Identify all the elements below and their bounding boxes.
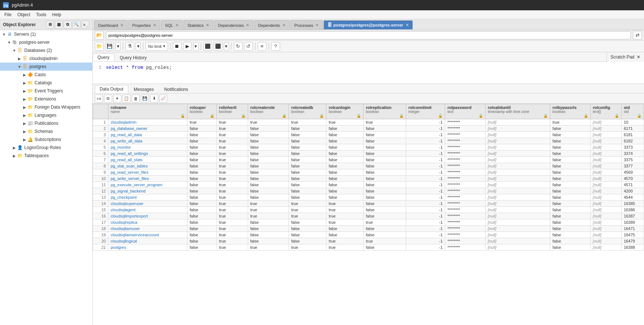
cell-rolcreatedb[interactable]: true bbox=[289, 244, 326, 251]
cell-rolbypassrls[interactable]: false bbox=[550, 182, 591, 188]
tree-item[interactable]: ▼ 🗄 Databases (2) bbox=[0, 46, 92, 54]
table-row[interactable]: 17 cloudsqlreplica false true false fals… bbox=[93, 219, 644, 226]
tab-dependents[interactable]: Dependents ✕ bbox=[254, 20, 289, 30]
commit-btn[interactable]: ↻ bbox=[234, 42, 243, 51]
cell-oid[interactable]: 4570 bbox=[621, 176, 644, 182]
cell-rolcreatedb[interactable]: false bbox=[289, 132, 326, 138]
cell-rolname[interactable]: pg_database_owner bbox=[108, 126, 187, 132]
cell-rolbypassrls[interactable]: false bbox=[550, 238, 591, 244]
cell-rolcanlogin[interactable]: false bbox=[326, 188, 364, 194]
cell-rolinherit[interactable]: true bbox=[217, 182, 248, 188]
cell-rolsuper[interactable]: false bbox=[187, 176, 217, 182]
cell-rolcreaterole[interactable]: false bbox=[248, 226, 289, 232]
cell-oid[interactable]: 3375 bbox=[621, 157, 644, 163]
cell-rolcreatedb[interactable]: false bbox=[289, 194, 326, 201]
col-rolcanlogin[interactable]: rolcanlogin boolean 🔒 bbox=[326, 104, 364, 119]
cell-rolpassword[interactable]: ******** bbox=[445, 201, 486, 207]
cell-oid[interactable]: 16387 bbox=[621, 213, 644, 219]
explain-analyze-btn[interactable]: ⬛ bbox=[214, 42, 222, 51]
tab-close-btn[interactable]: ✕ bbox=[246, 23, 249, 28]
tree-item-foreign-data-wrappers[interactable]: ▶ 📁 Foreign Data Wrappers bbox=[0, 103, 92, 111]
tree-item-languages[interactable]: ▶ 📁 Languages bbox=[0, 111, 92, 119]
cell-rolvaliduntil[interactable]: [null] bbox=[486, 157, 550, 163]
cell-rolsuper[interactable]: false bbox=[187, 207, 217, 213]
cell-rolconnlimit[interactable]: -1 bbox=[406, 188, 445, 194]
cell-rolinherit[interactable]: true bbox=[217, 119, 248, 126]
cell-rolcanlogin[interactable]: false bbox=[326, 226, 364, 232]
cell-rolpassword[interactable]: ******** bbox=[445, 163, 486, 169]
cell-rolreplication[interactable]: false bbox=[364, 151, 406, 157]
cell-rolsuper[interactable]: false bbox=[187, 201, 217, 207]
cell-rolreplication[interactable]: false bbox=[364, 213, 406, 219]
table-row[interactable]: 12 pg_signal_backend false true false fa… bbox=[93, 188, 644, 194]
menu-tools[interactable]: Tools bbox=[33, 11, 49, 18]
tree-item-casts[interactable]: ▶ 🔶 Casts bbox=[0, 71, 92, 79]
cell-rolpassword[interactable]: ******** bbox=[445, 157, 486, 163]
cell-rolcanlogin[interactable]: true bbox=[326, 238, 364, 244]
cell-rolconfig[interactable]: [null] bbox=[590, 207, 621, 213]
cell-rolconfig[interactable]: [null] bbox=[590, 244, 621, 251]
tree-item-postgres[interactable]: ▼ 🗄 postgres bbox=[0, 63, 92, 71]
cell-rolpassword[interactable]: ******** bbox=[445, 194, 486, 201]
limit-dropdown[interactable]: No limit ▾ bbox=[146, 42, 168, 51]
cell-rolname[interactable]: pg_write_server_files bbox=[108, 176, 187, 182]
cell-rolconfig[interactable]: [null] bbox=[590, 163, 621, 169]
cell-rolname[interactable]: pg_read_server_files bbox=[108, 169, 187, 176]
cell-rolname[interactable]: cloudsqllogical bbox=[108, 238, 187, 244]
cell-rolconfig[interactable]: [null] bbox=[590, 182, 621, 188]
table-row[interactable]: 5 pg_monitor false true false false fals… bbox=[93, 144, 644, 151]
cell-rolreplication[interactable]: false bbox=[364, 244, 406, 251]
cell-rolcreaterole[interactable]: false bbox=[248, 126, 289, 132]
tree-item[interactable]: ▶ 🗄 cloudsqladmin bbox=[0, 54, 92, 63]
cell-rolconnlimit[interactable]: -1 bbox=[406, 119, 445, 126]
sql-code[interactable]: select * from pg_roles; bbox=[106, 65, 172, 81]
cell-oid[interactable]: 16389 bbox=[621, 219, 644, 226]
cell-rolreplication[interactable]: false bbox=[364, 188, 406, 194]
cell-rolname[interactable]: pg_read_all_data bbox=[108, 132, 187, 138]
col-rolvaliduntil[interactable]: rolvaliduntil timestamp with time zone 🔒 bbox=[486, 104, 550, 119]
cell-rolconnlimit[interactable]: -1 bbox=[406, 226, 445, 232]
tab-data-output[interactable]: Data Output bbox=[95, 85, 128, 93]
table-row[interactable]: 2 pg_database_owner false true false fal… bbox=[93, 126, 644, 132]
cell-rolpassword[interactable]: ******** bbox=[445, 213, 486, 219]
cell-rolsuper[interactable]: false bbox=[187, 163, 217, 169]
cell-rolpassword[interactable]: ******** bbox=[445, 226, 486, 232]
cell-rolcreaterole[interactable]: false bbox=[248, 238, 289, 244]
cell-rolconfig[interactable]: [null] bbox=[590, 138, 621, 144]
cell-rolsuper[interactable]: false bbox=[187, 151, 217, 157]
cell-rolbypassrls[interactable]: false bbox=[550, 157, 591, 163]
table-row[interactable]: 8 pg_stat_scan_tables false true false f… bbox=[93, 163, 644, 169]
cell-rolbypassrls[interactable]: false bbox=[550, 219, 591, 226]
cell-rolpassword[interactable]: ******** bbox=[445, 182, 486, 188]
tree-item[interactable]: ▼ 🐘 postgres-server bbox=[0, 38, 92, 46]
cell-rolcreaterole[interactable]: false bbox=[248, 219, 289, 226]
tree-item-subscriptions[interactable]: ▶ 🔔 Subscriptions bbox=[0, 135, 92, 144]
sidebar-table-btn[interactable]: ▦ bbox=[55, 21, 63, 29]
cell-rolname[interactable]: pg_read_all_stats bbox=[108, 157, 187, 163]
cell-rolsuper[interactable]: false bbox=[187, 182, 217, 188]
table-row[interactable]: 15 cloudsqlagent false true true true tr… bbox=[93, 207, 644, 213]
col-rolcreatedb[interactable]: rolcreatedb boolean 🔒 bbox=[289, 104, 326, 119]
cell-rolcanlogin[interactable]: false bbox=[326, 126, 364, 132]
tab-close-btn[interactable]: ✕ bbox=[175, 23, 179, 28]
cell-rolinherit[interactable]: true bbox=[217, 144, 248, 151]
cell-rolvaliduntil[interactable]: [null] bbox=[486, 194, 550, 201]
cell-rolcreatedb[interactable]: true bbox=[289, 213, 326, 219]
cell-rolcreaterole[interactable]: false bbox=[248, 132, 289, 138]
cell-oid[interactable]: 16388 bbox=[621, 244, 644, 251]
table-row[interactable]: 4 pg_write_all_data false true false fal… bbox=[93, 138, 644, 144]
cell-rolcanlogin[interactable]: false bbox=[326, 182, 364, 188]
cell-rolcreatedb[interactable]: false bbox=[289, 151, 326, 157]
cell-rolconfig[interactable]: [null] bbox=[590, 232, 621, 238]
paste-btn[interactable]: 📋 bbox=[122, 95, 130, 103]
cell-rolreplication[interactable]: false bbox=[364, 157, 406, 163]
cell-rolname[interactable]: pg_signal_backend bbox=[108, 188, 187, 194]
cell-rolreplication[interactable]: false bbox=[364, 132, 406, 138]
cell-rolcanlogin[interactable]: false bbox=[326, 176, 364, 182]
cell-rolcreaterole[interactable]: true bbox=[248, 213, 289, 219]
cell-rolvaliduntil[interactable]: [null] bbox=[486, 182, 550, 188]
cell-rolcreaterole[interactable]: false bbox=[248, 232, 289, 238]
col-rolsuper[interactable]: rolsuper boolean 🔒 bbox=[187, 104, 217, 119]
cell-rolinherit[interactable]: true bbox=[217, 232, 248, 238]
cell-rolconnlimit[interactable]: -1 bbox=[406, 207, 445, 213]
